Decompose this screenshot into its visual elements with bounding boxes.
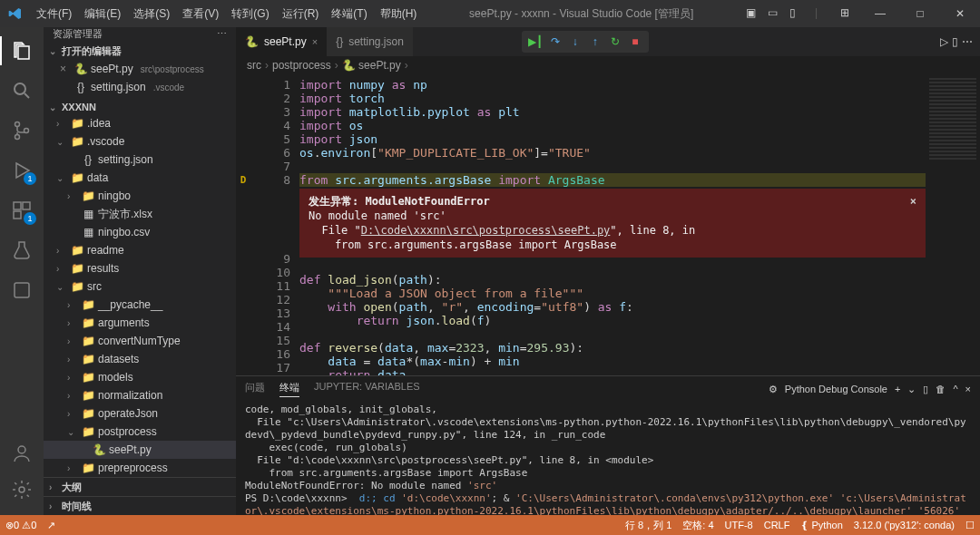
breadcrumb[interactable]: src›postprocess›🐍 seePt.py› bbox=[236, 56, 980, 74]
exception-widget: 发生异常: ModuleNotFoundError ×No module nam… bbox=[299, 189, 926, 258]
panel-tab[interactable]: JUPYTER: VARIABLES bbox=[314, 381, 420, 397]
section-collapsed[interactable]: › 时间线 bbox=[44, 496, 236, 515]
breadcrumb-item[interactable]: 🐍 seePt.py bbox=[342, 59, 401, 72]
status-item[interactable]: CRLF bbox=[759, 515, 796, 535]
tree-item[interactable]: ▦ningbo.csv bbox=[44, 223, 236, 241]
more-actions-icon[interactable]: ⋯ bbox=[962, 35, 973, 48]
status-item[interactable]: 3.12.0 ('py312': conda) bbox=[848, 515, 960, 535]
tree-item[interactable]: ›📁normalization bbox=[44, 386, 236, 404]
debug-step-over-icon[interactable]: ↷ bbox=[547, 34, 564, 50]
tree-item[interactable]: ›📁prepreprocess bbox=[44, 459, 236, 477]
settings-gear-icon[interactable] bbox=[0, 472, 44, 508]
editor-tab[interactable]: {}setting.json bbox=[327, 27, 413, 56]
split-editor-icon[interactable]: ▯ bbox=[952, 35, 958, 48]
tree-item[interactable]: ⌄📁.vscode bbox=[44, 132, 236, 151]
tree-item[interactable]: ›📁readme bbox=[44, 241, 236, 259]
close-panel-icon[interactable]: × bbox=[965, 384, 971, 394]
status-item[interactable]: 空格: 4 bbox=[677, 515, 719, 535]
menu-item[interactable]: 编辑(E) bbox=[79, 3, 126, 25]
testing-icon[interactable] bbox=[0, 232, 44, 268]
ext-badge: 1 bbox=[24, 212, 36, 225]
menubar: 文件(F)编辑(E)选择(S)查看(V)转到(G)运行(R)终端(T)帮助(H) bbox=[31, 3, 422, 25]
terminal-dropdown-icon[interactable]: ⌄ bbox=[907, 384, 916, 395]
run-debug-icon[interactable]: 1 bbox=[0, 152, 44, 189]
kill-terminal-icon[interactable]: 🗑 bbox=[936, 384, 946, 394]
tree-item[interactable]: ›📁ningbo bbox=[44, 187, 236, 205]
debug-continue-icon[interactable]: ▶┃ bbox=[527, 34, 544, 50]
menu-item[interactable]: 选择(S) bbox=[128, 3, 175, 25]
split-terminal-icon[interactable]: ▯ bbox=[923, 384, 928, 395]
editor-tab[interactable]: 🐍seePt.py× bbox=[236, 27, 327, 56]
terminal-output[interactable]: code, mod_globals, init_globals, File "c… bbox=[236, 402, 980, 515]
breadcrumb-item[interactable]: postprocess bbox=[272, 59, 331, 72]
panel-tab[interactable]: 问题 bbox=[245, 381, 265, 397]
status-item[interactable]: ⊗0 ⚠0 bbox=[0, 515, 42, 535]
source-control-icon[interactable] bbox=[0, 112, 44, 149]
status-item[interactable]: ☐ bbox=[960, 515, 980, 535]
open-editor-item[interactable]: {}setting.json.vscode bbox=[44, 78, 236, 96]
menu-item[interactable]: 转到(G) bbox=[226, 3, 274, 25]
tree-item[interactable]: ⌄📁postprocess bbox=[44, 423, 236, 441]
open-editor-item[interactable]: ×🐍seePt.pysrc\postprocess bbox=[44, 60, 236, 78]
tree-item[interactable]: ›📁operateJson bbox=[44, 404, 236, 423]
svg-point-3 bbox=[24, 129, 29, 133]
code-editor[interactable]: D 12345678910111213141516171819 import n… bbox=[236, 74, 980, 375]
tree-item[interactable]: ›📁models bbox=[44, 368, 236, 386]
open-editors-section[interactable]: ⌄打开的编辑器 bbox=[44, 43, 236, 60]
new-terminal-icon[interactable]: + bbox=[895, 384, 900, 394]
menu-item[interactable]: 文件(F) bbox=[31, 3, 77, 25]
status-item[interactable]: ↗ bbox=[42, 515, 61, 535]
menu-item[interactable]: 运行(R) bbox=[277, 3, 325, 25]
tree-item[interactable]: {}setting.json bbox=[44, 151, 236, 169]
tree-item[interactable]: ›📁arguments bbox=[44, 314, 236, 332]
close-tab-icon[interactable]: × bbox=[312, 36, 318, 47]
tree-item[interactable]: ›📁convertNumType bbox=[44, 332, 236, 350]
debug-stop-icon[interactable]: ■ bbox=[627, 34, 643, 50]
tree-item[interactable]: ›📁.idea bbox=[44, 114, 236, 132]
toggle-secondary-sidebar-icon[interactable]: ▯ bbox=[789, 6, 804, 21]
close-button[interactable]: ✕ bbox=[940, 0, 980, 27]
tree-item[interactable]: ⌄📁data bbox=[44, 169, 236, 187]
svg-rect-6 bbox=[14, 211, 21, 219]
debug-restart-icon[interactable]: ↻ bbox=[607, 34, 623, 50]
tree-item[interactable]: ›📁__pycache__ bbox=[44, 296, 236, 314]
menu-item[interactable]: 查看(V) bbox=[177, 3, 224, 25]
exception-file-link[interactable]: D:\code\xxxnn\src\postprocess\seePt.py bbox=[361, 224, 611, 237]
tree-item[interactable]: ⌄📁src bbox=[44, 277, 236, 296]
debug-step-into-icon[interactable]: ↓ bbox=[567, 34, 583, 50]
minimap[interactable] bbox=[926, 74, 980, 375]
status-item[interactable]: 行 8，列 1 bbox=[620, 515, 677, 535]
toggle-primary-sidebar-icon[interactable]: ▣ bbox=[746, 6, 760, 21]
minimize-button[interactable]: — bbox=[860, 0, 900, 27]
project-section[interactable]: ⌄XXXNN bbox=[44, 100, 236, 114]
status-item[interactable]: ❴ Python bbox=[795, 515, 848, 535]
maximize-button[interactable]: □ bbox=[900, 0, 940, 27]
tree-item[interactable]: ›📁results bbox=[44, 259, 236, 277]
jupyter-icon[interactable] bbox=[0, 272, 44, 308]
maximize-panel-icon[interactable]: ^ bbox=[953, 384, 957, 394]
explorer-icon[interactable] bbox=[0, 33, 44, 69]
debug-console-source-icon[interactable]: ⚙ bbox=[769, 384, 778, 395]
toggle-panel-icon[interactable]: ▭ bbox=[768, 6, 782, 21]
customize-layout-icon[interactable]: ⊞ bbox=[840, 6, 855, 21]
svg-point-1 bbox=[15, 122, 20, 127]
debug-step-out-icon[interactable]: ↑ bbox=[587, 34, 603, 50]
status-item[interactable]: UTF-8 bbox=[720, 515, 759, 535]
panel-tab[interactable]: 终端 bbox=[279, 381, 299, 397]
close-exception-icon[interactable]: × bbox=[910, 194, 916, 209]
search-icon[interactable] bbox=[0, 73, 44, 109]
accounts-icon[interactable] bbox=[0, 435, 44, 472]
terminal-name[interactable]: Python Debug Console bbox=[785, 384, 887, 394]
tree-item[interactable]: ›📁datasets bbox=[44, 350, 236, 368]
more-icon[interactable]: ⋯ bbox=[217, 28, 227, 40]
section-collapsed[interactable]: › 大纲 bbox=[44, 477, 236, 496]
run-icon[interactable]: ▷ bbox=[940, 35, 948, 48]
menu-item[interactable]: 终端(T) bbox=[326, 3, 372, 25]
terminal-panel: 问题终端JUPYTER: VARIABLES ⚙ Python Debug Co… bbox=[236, 375, 980, 515]
menu-item[interactable]: 帮助(H) bbox=[375, 3, 423, 25]
breadcrumb-item[interactable]: src bbox=[247, 59, 261, 72]
tree-item[interactable]: ▦宁波市.xlsx bbox=[44, 205, 236, 223]
sidebar-header: 资源管理器 ⋯ bbox=[44, 27, 236, 41]
extensions-icon[interactable]: 1 bbox=[0, 192, 44, 229]
tree-item[interactable]: 🐍seePt.py bbox=[44, 441, 236, 459]
